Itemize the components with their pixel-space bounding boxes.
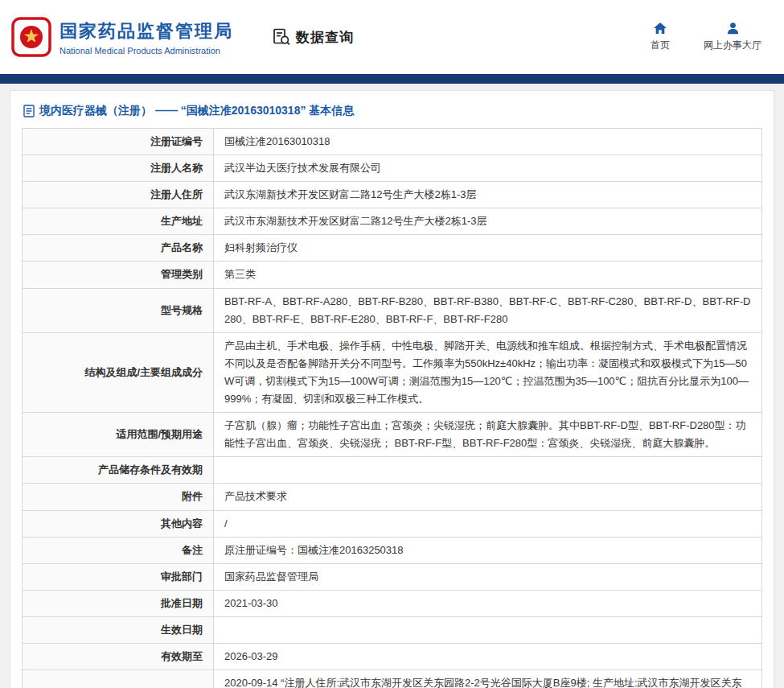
field-label: 产品名称 — [23, 235, 214, 262]
field-value: 2021-03-30 — [214, 590, 762, 616]
field-label: 管理类别 — [23, 262, 214, 288]
field-value: 武汉东湖新技术开发区财富二路12号生产大楼2栋1-3层 — [214, 182, 762, 208]
field-label: 变更情况 — [23, 670, 214, 688]
registration-info-table: 注册证编号国械注准20163010318 注册人名称武汉半边天医疗技术发展有限公… — [22, 128, 762, 688]
field-value: 国械注准20163010318 — [214, 129, 762, 155]
field-label: 产品储存条件及有效期 — [23, 457, 214, 484]
table-row: 附件产品技术要求 — [23, 484, 762, 510]
field-value: 原注册证编号：国械注准20163250318 — [214, 537, 762, 563]
table-row: 产品名称妇科射频治疗仪 — [23, 235, 762, 262]
table-row: 审批部门国家药品监督管理局 — [23, 563, 762, 590]
field-label: 结构及组成/主要组成成分 — [23, 332, 214, 412]
table-row: 其他内容/ — [23, 510, 762, 537]
field-label: 批准日期 — [23, 590, 214, 616]
field-value: 2020-09-14 “注册人住所:武汉市东湖开发区关东园路2-2号光谷国际大厦… — [214, 670, 762, 688]
field-value — [214, 616, 762, 643]
field-label: 其他内容 — [23, 510, 214, 537]
table-row: 生产地址武汉市东湖新技术开发区财富二路12号生产大楼2栋1-3层 — [23, 208, 762, 235]
nav-home-label: 首页 — [651, 39, 670, 52]
field-value: 子宫肌（腺）瘤；功能性子宫出血；宫颈炎；尖锐湿疣；前庭大腺囊肿。其中BBT-RF… — [214, 413, 762, 457]
nav-service-hall[interactable]: 网上办事大厅 — [704, 22, 761, 52]
field-value: 国家药品监督管理局 — [214, 563, 762, 590]
home-icon — [653, 22, 667, 35]
table-row: 注册证编号国械注准20163010318 — [23, 129, 762, 155]
field-value: 产品技术要求 — [214, 484, 762, 510]
table-row: 适用范围/预期用途子宫肌（腺）瘤；功能性子宫出血；宫颈炎；尖锐湿疣；前庭大腺囊肿… — [23, 413, 762, 457]
table-row: 型号规格BBT-RF-A、BBT-RF-A280、BBT-RF-B280、BBT… — [23, 288, 762, 332]
field-value — [214, 457, 762, 484]
field-label: 生产地址 — [23, 208, 214, 235]
table-row: 结构及组成/主要组成成分产品由主机、手术电极、操作手柄、中性电极、脚踏开关、电源… — [23, 332, 762, 412]
org-name-cn: 国家药品监督管理局 — [60, 19, 233, 43]
table-row: 备注原注册证编号：国械注准20163250318 — [23, 537, 762, 563]
field-value: 第三类 — [214, 262, 762, 288]
nav-service-hall-label: 网上办事大厅 — [704, 39, 761, 52]
field-label: 附件 — [23, 484, 214, 510]
table-row: 生效日期 — [23, 616, 762, 643]
field-value: 武汉半边天医疗技术发展有限公司 — [214, 155, 762, 182]
field-value: 武汉市东湖新技术开发区财富二路12号生产大楼2栋1-3层 — [214, 208, 762, 235]
info-panel: 境内医疗器械（注册） —— “国械注准20163010318” 基本信息 注册证… — [10, 90, 774, 688]
org-name-en: National Medical Products Administration — [60, 46, 233, 56]
field-label: 审批部门 — [23, 563, 214, 590]
field-value: 妇科射频治疗仪 — [214, 235, 762, 262]
table-row: 批准日期2021-03-30 — [23, 590, 762, 616]
field-value: 2026-03-29 — [214, 643, 762, 669]
main-content: 境内医疗器械（注册） —— “国械注准20163010318” 基本信息 注册证… — [0, 84, 784, 688]
field-label: 注册人住所 — [23, 182, 214, 208]
data-query-label: 数据查询 — [296, 28, 354, 47]
field-label: 备注 — [23, 537, 214, 563]
user-icon — [726, 22, 740, 35]
table-row: 有效期至2026-03-29 — [23, 643, 762, 669]
field-value: 产品由主机、手术电极、操作手柄、中性电极、脚踏开关、电源线和推车组成。根据控制方… — [214, 332, 762, 412]
table-row: 管理类别第三类 — [23, 262, 762, 288]
page-title-text: 境内医疗器械（注册） —— “国械注准20163010318” 基本信息 — [39, 104, 354, 118]
table-row: 变更情况2020-09-14 “注册人住所:武汉市东湖开发区关东园路2-2号光谷… — [23, 670, 762, 688]
nav-home[interactable]: 首页 — [651, 22, 670, 52]
field-value: BBT-RF-A、BBT-RF-A280、BBT-RF-B280、BBT-RF-… — [214, 288, 762, 332]
document-icon — [23, 105, 35, 117]
table-row: 注册人住所武汉东湖新技术开发区财富二路12号生产大楼2栋1-3层 — [23, 182, 762, 208]
field-label: 型号规格 — [23, 288, 214, 332]
field-value: / — [214, 510, 762, 537]
header-divider-bar — [0, 74, 784, 84]
table-row: 注册人名称武汉半边天医疗技术发展有限公司 — [23, 155, 762, 182]
site-header: 国家药品监督管理局 National Medical Products Admi… — [0, 0, 784, 74]
field-label: 生效日期 — [23, 616, 214, 643]
field-label: 注册证编号 — [23, 129, 214, 155]
table-row: 产品储存条件及有效期 — [23, 457, 762, 484]
field-label: 有效期至 — [23, 643, 214, 669]
nmpa-logo — [11, 17, 51, 57]
page-title: 境内医疗器械（注册） —— “国械注准20163010318” 基本信息 — [22, 101, 762, 128]
data-query-icon — [272, 27, 291, 47]
field-label: 注册人名称 — [23, 155, 214, 182]
field-label: 适用范围/预期用途 — [23, 413, 214, 457]
org-names: 国家药品监督管理局 National Medical Products Admi… — [60, 19, 233, 56]
nav-data-query[interactable]: 数据查询 — [272, 27, 354, 47]
